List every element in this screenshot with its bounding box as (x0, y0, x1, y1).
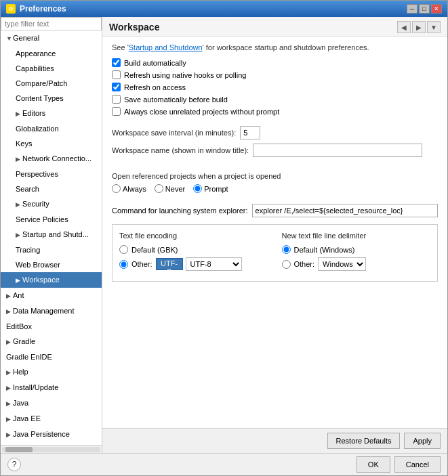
tree-item-gradle-enide[interactable]: Gradle EnIDE (1, 349, 102, 364)
newline-default-radio[interactable] (282, 245, 291, 254)
open-prompt-radio[interactable] (193, 184, 202, 193)
back-icon[interactable]: ◀ (397, 21, 411, 33)
forward-icon[interactable]: ▶ (412, 21, 426, 33)
window-icon: ⚙ (6, 4, 16, 14)
tree-item-compare-patch[interactable]: Compare/Patch (1, 76, 102, 91)
tree-item-install-update[interactable]: ▶ Install/Update (1, 380, 102, 395)
right-header: Workspace ◀ ▶ ▼ (102, 17, 447, 37)
tree-item-web-browser[interactable]: Web Browser (1, 257, 102, 272)
open-never-label: Never (155, 184, 185, 193)
arrow-icon: ▶ (6, 382, 13, 394)
arrow-icon: ▶ (6, 366, 13, 378)
restore-defaults-button[interactable]: Restore Defaults (327, 433, 401, 449)
newline-other-row: Other: Windows Unix Mac (282, 257, 431, 271)
tree-item-network[interactable]: ▶ Network Connectio... (1, 151, 102, 167)
refresh-access-checkbox[interactable] (112, 83, 121, 91)
left-panel: ▼ General Appearance Capabilities Compar… (1, 17, 102, 453)
arrow-icon: ▶ (6, 429, 13, 441)
encoding-other-field: UTF-8 UTF-8 UTF-16 ISO-8859-1 (156, 257, 242, 271)
encoding-other-row: Other: UTF-8 UTF-8 UTF-16 ISO-8859-1 (119, 257, 268, 271)
open-prompt-label: Prompt (193, 184, 228, 193)
newline-other-radio[interactable] (282, 260, 291, 269)
checkbox-refresh-access: Refresh on access (112, 83, 438, 91)
tree-item-content-types[interactable]: Content Types (1, 91, 102, 106)
tree-item-gradle[interactable]: ▶ Gradle (1, 334, 102, 349)
open-always-radio[interactable] (112, 184, 121, 193)
tree-item-startup-shutdown[interactable]: ▶ Startup and Shutd... (1, 227, 102, 242)
tree-item-ant[interactable]: ▶ Ant (1, 288, 102, 303)
build-auto-checkbox[interactable] (112, 58, 121, 67)
scroll-track (2, 447, 100, 452)
window-title: Preferences (20, 4, 66, 14)
command-row: Command for launching system explorer: (112, 204, 438, 217)
footer-left: ? (7, 458, 21, 471)
maximize-button[interactable]: □ (419, 4, 430, 14)
divider1 (112, 119, 438, 126)
workspace-name-row: Workspace name (shown in window title): (112, 144, 438, 157)
newline-default-row: Default (Windows) (282, 245, 431, 254)
divider3 (112, 197, 438, 204)
tree-item-java-persistence[interactable]: ▶ Java Persistence (1, 427, 102, 442)
footer-right: OK Cancel (357, 456, 441, 473)
title-bar-left: ⚙ Preferences (6, 4, 66, 14)
tree-item-appearance[interactable]: Appearance (1, 46, 102, 61)
apply-button[interactable]: Apply (404, 433, 441, 449)
encoding-default-radio[interactable] (119, 245, 128, 254)
save-interval-label: Workspace save interval (in minutes): (112, 129, 236, 137)
refresh-native-label: Refresh using native hooks or polling (124, 71, 246, 79)
command-input[interactable] (252, 204, 438, 217)
build-auto-label: Build automatically (124, 59, 186, 67)
command-label: Command for launching system explorer: (112, 207, 248, 215)
cancel-button[interactable]: Cancel (394, 456, 441, 473)
close-unrelated-label: Always close unrelated projects without … (124, 108, 279, 116)
close-unrelated-checkbox[interactable] (112, 107, 121, 116)
close-button[interactable]: ✕ (431, 4, 442, 14)
tree-area: ▼ General Appearance Capabilities Compar… (1, 30, 102, 445)
ok-button[interactable]: OK (357, 456, 390, 473)
help-button[interactable]: ? (7, 458, 21, 471)
newline-default-label: Default (Windows) (294, 246, 355, 254)
encoding-other-text: Other: (131, 260, 152, 268)
newline-select[interactable]: Windows Unix Mac (318, 257, 366, 271)
tree-item-editbox[interactable]: EditBox (1, 319, 102, 334)
newline-group: New text file line delimiter Default (Wi… (282, 232, 431, 274)
encoding-title: Text file encoding (119, 232, 268, 240)
tree-item-help[interactable]: ▶ Help (1, 364, 102, 380)
tree-item-search[interactable]: Search (1, 181, 102, 196)
tree-item-tracing[interactable]: Tracing (1, 242, 102, 257)
open-never-radio[interactable] (155, 184, 163, 193)
preferences-window: ⚙ Preferences ─ □ ✕ ▼ General Appearance… (0, 0, 448, 476)
newline-title: New text file line delimiter (282, 232, 431, 240)
encoding-default-label: Default (GBK) (131, 246, 178, 254)
tree-item-service-policies[interactable]: Service Policies (1, 212, 102, 227)
encoding-other-radio[interactable] (119, 260, 128, 269)
save-interval-input[interactable] (240, 126, 260, 139)
refresh-native-checkbox[interactable] (112, 70, 121, 79)
workspace-name-input[interactable] (253, 144, 422, 157)
dropdown-icon[interactable]: ▼ (427, 21, 441, 33)
tree-item-general[interactable]: ▼ General (1, 30, 102, 46)
tree-item-workspace[interactable]: ▶ Workspace (1, 272, 102, 288)
encoding-section: Text file encoding Default (GBK) Other: … (112, 224, 438, 282)
tree-item-java-ee[interactable]: ▶ Java EE (1, 411, 102, 427)
arrow-icon: ▶ (16, 198, 22, 211)
encoding-select[interactable]: UTF-8 UTF-16 ISO-8859-1 (186, 257, 242, 271)
minimize-button[interactable]: ─ (407, 4, 418, 14)
tree-item-globalization[interactable]: Globalization (1, 121, 102, 136)
bottom-bar: Restore Defaults Apply (102, 428, 447, 453)
filter-input[interactable] (1, 17, 102, 30)
tree-item-capabilities[interactable]: Capabilities (1, 61, 102, 76)
tree-item-perspectives[interactable]: Perspectives (1, 167, 102, 181)
left-scrollbar[interactable] (1, 445, 102, 453)
tree-item-data-management[interactable]: ▶ Data Management (1, 303, 102, 319)
refresh-access-label: Refresh on access (124, 83, 186, 91)
tree-item-security[interactable]: ▶ Security (1, 196, 102, 212)
tree-item-editors[interactable]: ▶ Editors (1, 106, 102, 121)
encoding-utf8-value: UTF-8 (156, 258, 183, 270)
tree-item-java[interactable]: ▶ Java (1, 395, 102, 411)
tree-item-keys[interactable]: Keys (1, 136, 102, 151)
startup-shutdown-link[interactable]: Startup and Shutdown (129, 43, 203, 51)
save-before-build-checkbox[interactable] (112, 95, 121, 104)
scroll-thumb (5, 447, 33, 452)
panel-title: Workspace (109, 22, 159, 33)
